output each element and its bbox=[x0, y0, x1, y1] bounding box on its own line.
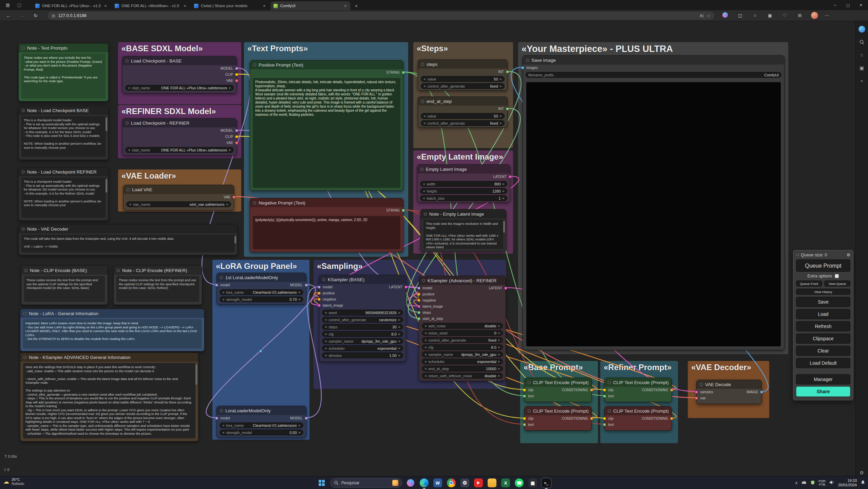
samples-input-port[interactable] bbox=[695, 391, 698, 394]
volume-icon[interactable] bbox=[829, 480, 834, 486]
collapse-dot-icon[interactable] bbox=[528, 410, 531, 413]
node-header[interactable]: Note - KSampler ADVANCED General Informa… bbox=[20, 353, 198, 362]
collapse-dot-icon[interactable] bbox=[253, 64, 256, 67]
copilot-sidebar-icon[interactable] bbox=[858, 26, 865, 33]
model-output-port[interactable] bbox=[305, 284, 308, 287]
taskbar-excel-icon[interactable]: X bbox=[501, 478, 511, 488]
collapse-dot-icon[interactable] bbox=[220, 409, 223, 412]
node-load-checkpoint-refiner[interactable]: Load Checkpoint - REFINER MODEL CLIP VAE… bbox=[122, 118, 237, 156]
node-note-vae-decoder[interactable]: Note - VAE Decoder This node will take t… bbox=[18, 224, 238, 255]
reload-button[interactable]: ↻ bbox=[31, 12, 40, 19]
profile-avatar[interactable] bbox=[811, 12, 818, 19]
tray-onedrive-icon[interactable] bbox=[801, 481, 807, 486]
latent-output-port[interactable] bbox=[504, 287, 507, 290]
language-indicator[interactable]: PORPTB bbox=[818, 479, 826, 487]
model-output-port[interactable] bbox=[235, 129, 238, 132]
node-load-vae[interactable]: Load VAE VAE vae_namesdxl_vae.safetensor… bbox=[123, 185, 234, 211]
steps-input-port[interactable] bbox=[417, 311, 420, 314]
collapse-dot-icon[interactable] bbox=[528, 381, 531, 384]
favorite-star-icon[interactable]: ☆ bbox=[707, 13, 710, 18]
node-header[interactable]: KSampler (Advanced) - REFINER bbox=[419, 276, 506, 285]
node-header[interactable]: CLIP Text Encode (Prompt) bbox=[525, 378, 591, 387]
node-header[interactable]: 1st LoraLoaderModelOnly bbox=[217, 273, 306, 282]
tab-civitai[interactable]: Civitai | Share your models✕ bbox=[191, 1, 269, 10]
tab-layout-icon[interactable]: ▢ bbox=[16, 2, 23, 8]
tab-close-icon[interactable]: ✕ bbox=[183, 4, 187, 8]
model-output-port[interactable] bbox=[305, 417, 308, 420]
collapse-dot-icon[interactable] bbox=[608, 410, 611, 413]
conditioning-output-port[interactable] bbox=[670, 388, 673, 392]
collapse-dot-icon[interactable] bbox=[421, 63, 424, 66]
clear-button[interactable]: Clear bbox=[796, 346, 850, 356]
collapse-dot-icon[interactable] bbox=[23, 356, 26, 359]
collapse-dot-icon[interactable] bbox=[23, 312, 26, 315]
site-info-icon[interactable]: ▤ bbox=[52, 14, 55, 18]
prompt-textarea[interactable]: Photorealistic, 35mm, intricate details,… bbox=[253, 78, 400, 188]
image-output-port[interactable] bbox=[760, 391, 763, 394]
node-positive-prompt[interactable]: Positive Prompt (Text) STRING Photoreali… bbox=[250, 60, 403, 191]
group-refiner-prompt[interactable]: «Refiner Prompt» bbox=[600, 361, 678, 443]
group-steps[interactable]: «Steps» bbox=[413, 42, 513, 148]
copilot-icon[interactable] bbox=[721, 12, 730, 19]
widget-cfg[interactable]: cfg8.0 bbox=[322, 331, 403, 337]
tab-close-icon[interactable]: ✕ bbox=[103, 4, 108, 8]
widget-scheduler[interactable]: schedulerexponential bbox=[422, 359, 503, 364]
node-clip-text-encode-refiner-positive[interactable]: CLIP Text Encode (Prompt) clipCONDITIONI… bbox=[604, 378, 672, 402]
node-note-load-checkpoint-base[interactable]: Note - Load Checkpoint BASE This is a ch… bbox=[18, 106, 109, 160]
node-header[interactable]: Positive Prompt (Text) bbox=[250, 60, 403, 69]
clip-input-port[interactable] bbox=[523, 417, 526, 420]
note-text[interactable]: These nodes receive the text from the pr… bbox=[116, 276, 199, 302]
read-aloud-icon[interactable]: A) bbox=[700, 14, 704, 18]
node-header[interactable]: Negative Prompt (Text) bbox=[250, 198, 403, 207]
widget-filename-prefix[interactable]: filename_prefixComfyUI bbox=[526, 72, 781, 78]
browser-menu-icon[interactable]: ⋯ bbox=[823, 12, 831, 19]
address-bar[interactable]: ▤ 127.0.0.1:8188 A) ☆ bbox=[48, 12, 714, 20]
collapse-dot-icon[interactable] bbox=[22, 47, 25, 50]
tab-comfyui[interactable]: ComfyUI✕ bbox=[271, 1, 351, 10]
collapse-dot-icon[interactable] bbox=[421, 100, 424, 103]
collapse-dot-icon[interactable] bbox=[253, 201, 256, 204]
workspaces-icon[interactable]: ▦ bbox=[4, 2, 12, 8]
node-header[interactable]: Note - Empty Latent Image bbox=[421, 210, 506, 218]
node-header[interactable]: Note - CLIP Encode (REFINER) bbox=[114, 266, 202, 275]
clip-output-port[interactable] bbox=[235, 135, 238, 138]
node-note-ksampler-advanced[interactable]: Note - KSampler ADVANCED General Informa… bbox=[20, 352, 199, 441]
conditioning-output-port[interactable] bbox=[670, 417, 673, 420]
node-header[interactable]: Note - CLIP Encode (BASE) bbox=[21, 266, 108, 275]
note-text[interactable]: Here are the settings that SHOULD stay i… bbox=[23, 363, 195, 438]
int-output-port[interactable] bbox=[506, 107, 509, 110]
latent-image-input-port[interactable] bbox=[318, 304, 321, 307]
node-load-checkpoint-base[interactable]: Load Checkpoint - BASE MODEL CLIP VAE ck… bbox=[122, 56, 237, 93]
conditioning-output-port[interactable] bbox=[590, 417, 593, 420]
prompt-textarea[interactable]: (polydactyly), (((physically-uncommon)))… bbox=[253, 216, 400, 249]
node-header[interactable]: steps bbox=[418, 60, 507, 69]
node-empty-latent-image[interactable]: Empty Latent Image LATENT width800 heigh… bbox=[417, 164, 510, 202]
forward-button[interactable]: → bbox=[18, 12, 26, 19]
note-text[interactable]: This node sets the image's resolution in… bbox=[423, 220, 503, 249]
load-default-button[interactable]: Load Default bbox=[796, 358, 850, 368]
node-header[interactable]: LoraLoaderModelOnly bbox=[217, 406, 306, 415]
window-close-button[interactable]: ✕ bbox=[854, 0, 867, 10]
taskbar-word-icon[interactable]: W bbox=[433, 478, 443, 488]
gear-icon[interactable]: ⚙ bbox=[847, 252, 850, 257]
taskbar-file-explorer-icon[interactable] bbox=[487, 478, 497, 488]
extra-options-checkbox[interactable] bbox=[835, 274, 839, 278]
text-input-port[interactable] bbox=[603, 395, 606, 398]
string-output-port[interactable] bbox=[402, 209, 405, 212]
conditioning-output-port[interactable] bbox=[590, 388, 593, 392]
positive-input-port[interactable] bbox=[417, 293, 420, 296]
node-clip-text-encode-base-positive[interactable]: CLIP Text Encode (Prompt) clipCONDITIONI… bbox=[524, 378, 592, 402]
latent-output-port[interactable] bbox=[404, 286, 408, 289]
clip-input-port[interactable] bbox=[523, 388, 526, 392]
node-header[interactable]: Note - Load Checkpoint BASE bbox=[19, 106, 108, 115]
clip-output-port[interactable] bbox=[235, 73, 238, 76]
scrollbar[interactable] bbox=[503, 221, 505, 233]
node-header[interactable]: CLIP Text Encode (Prompt) bbox=[605, 378, 672, 387]
widget-vae-name[interactable]: vae_namesdxl_vae.safetensors bbox=[126, 201, 231, 207]
tab-close-icon[interactable]: ✕ bbox=[262, 4, 267, 8]
widget-denoise[interactable]: denoise1.00 bbox=[322, 352, 403, 358]
widget-batch-size[interactable]: batch_size1 bbox=[420, 195, 507, 201]
widget-sampler-name[interactable]: sampler_namedpmpp_3m_sde_gpu bbox=[322, 338, 403, 344]
string-output-port[interactable] bbox=[402, 71, 405, 74]
node-header[interactable]: Note - Text Prompts bbox=[19, 43, 108, 52]
